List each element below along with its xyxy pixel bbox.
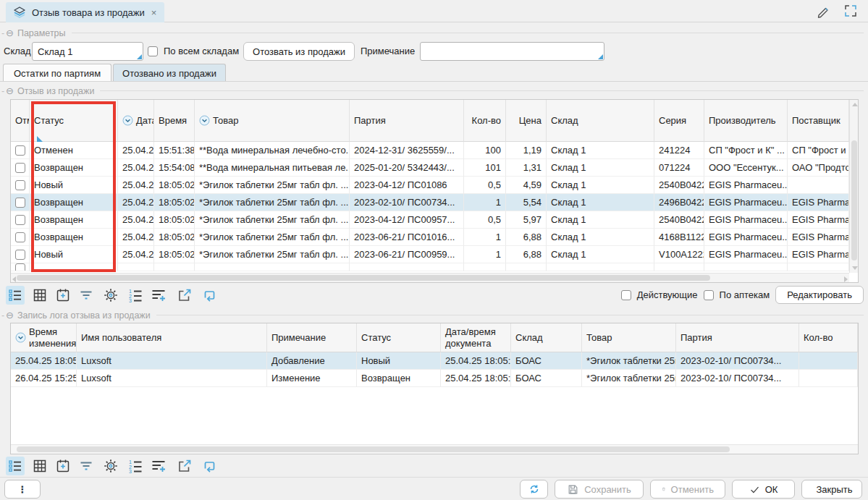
log-column-batch[interactable]: Партия [676, 323, 799, 352]
horizontal-scrollbar[interactable] [11, 273, 849, 282]
table-row-partial[interactable]: .. .. ... ... [11, 263, 849, 271]
fullscreen-icon[interactable] [843, 4, 858, 18]
numbered-list-icon[interactable]: 123 [126, 457, 145, 475]
save-button[interactable]: Сохранить [555, 480, 644, 499]
cell-product: *Эгилок таблетки 25мг табл фл. ... [195, 229, 350, 246]
view-list-icon[interactable] [6, 286, 25, 305]
more-menu-button[interactable]: ⋮ [4, 480, 41, 499]
log-column-warehouse[interactable]: Склад [511, 323, 582, 352]
add-row-icon[interactable] [149, 286, 168, 305]
collapse-icon[interactable]: ⊖ [6, 310, 14, 320]
sort-icon[interactable] [122, 115, 133, 126]
cell-user: Luxsoft [77, 370, 267, 387]
log-column-qty[interactable]: Кол-во [799, 323, 858, 352]
filter-icon[interactable] [77, 286, 96, 305]
repeat-refresh-icon[interactable] [200, 286, 219, 305]
note-input[interactable] [421, 43, 604, 60]
add-row-icon[interactable] [149, 457, 168, 475]
row-checkbox[interactable] [15, 263, 25, 271]
scrollbar-thumb[interactable] [17, 446, 730, 452]
log-row[interactable]: 26.04.25 15:25:55 Luxsoft Изменение Возв… [11, 370, 858, 387]
filter-icon[interactable] [77, 457, 96, 475]
row-checkbox[interactable] [15, 145, 25, 156]
scroll-down-icon[interactable] [852, 266, 858, 270]
cell-warehouse: Склад 1 [547, 194, 654, 211]
recall-from-sale-button[interactable]: Отозвать из продажи [243, 42, 355, 61]
open-external-icon[interactable] [175, 457, 194, 475]
row-checkbox[interactable] [15, 198, 25, 208]
log-column-doc-time[interactable]: Дата/время документа [441, 323, 511, 352]
edit-pencil-icon[interactable] [816, 4, 830, 18]
table-row[interactable]: Новый 25.04.25 18:05:02 *Эгилок таблетки… [11, 246, 849, 263]
cell-batch: 2023-02-10/ ПС00734... [676, 352, 799, 370]
row-checkbox[interactable] [15, 163, 25, 173]
row-checkbox[interactable] [15, 232, 25, 242]
row-checkbox[interactable] [15, 180, 25, 190]
table-row[interactable]: Возвращен 25.04.25 15:54:08 **Вода минер… [11, 159, 849, 177]
calendar-add-icon[interactable] [54, 457, 72, 475]
table-row[interactable]: Отменен 25.04.25 15:51:38 **Вода минерал… [11, 142, 849, 159]
grid-view-icon[interactable] [30, 286, 49, 305]
close-button[interactable]: Закрыть [801, 480, 862, 499]
log-column-product[interactable]: Товар [582, 323, 676, 352]
column-header-supplier[interactable]: Поставщик [788, 100, 849, 142]
column-header-product[interactable]: Товар [195, 100, 350, 142]
scroll-up-icon[interactable] [852, 103, 858, 106]
table-row[interactable]: Возвращен 25.04.25 18:05:02 *Эгилок табл… [11, 211, 849, 229]
document-tab[interactable]: Отзыв товара из продажи × [6, 2, 164, 22]
numbered-list-icon[interactable]: 123 [126, 286, 145, 305]
sklad-input[interactable] [33, 43, 143, 60]
column-header-manufacturer[interactable]: Производитель [704, 100, 788, 142]
row-checkbox[interactable] [15, 250, 25, 260]
view-list-icon[interactable] [6, 457, 25, 475]
open-external-icon[interactable] [175, 286, 194, 305]
column-header-otm[interactable]: Отм. [11, 100, 30, 142]
cancel-button[interactable]: Отменить [650, 480, 725, 499]
edit-button[interactable]: Редактировать [775, 286, 864, 304]
column-header-series[interactable]: Серия [654, 100, 704, 142]
scroll-left-icon[interactable] [12, 276, 16, 282]
cell-series: 2540B0422 [654, 211, 704, 229]
grid-view-icon[interactable] [30, 457, 49, 475]
cell-warehouse: Склад 1 [547, 159, 654, 177]
settings-gear-icon[interactable] [101, 286, 120, 305]
log-column-change-time[interactable]: Время изменения [11, 323, 77, 352]
refresh-button[interactable] [520, 480, 548, 499]
row-checkbox[interactable] [15, 215, 25, 225]
active-only-checkbox[interactable] [621, 290, 631, 300]
table-row[interactable]: Возвращен 25.04.25 18:05:02 *Эгилок табл… [11, 229, 849, 246]
collapse-icon[interactable]: ⊖ [6, 86, 14, 96]
scrollbar-thumb[interactable] [851, 140, 857, 260]
table-row[interactable]: Новый 25.04.25 18:05:02 *Эгилок таблетки… [11, 177, 849, 194]
sort-icon[interactable] [199, 115, 210, 126]
table-row-selected[interactable]: Возвращен 25.04.25 18:05:02 *Эгилок табл… [11, 194, 849, 211]
column-header-price[interactable]: Цена [506, 100, 547, 142]
scroll-right-icon[interactable] [844, 276, 848, 282]
tab-close-icon[interactable]: × [151, 7, 158, 18]
log-column-note[interactable]: Примечание [267, 323, 357, 352]
column-header-time[interactable]: Время [154, 100, 195, 142]
log-row-selected[interactable]: 25.04.25 18:05:03 Luxsoft Добавление Нов… [11, 352, 858, 370]
tab-ostatki-po-partiyam[interactable]: Остатки по партиям [3, 64, 111, 82]
all-warehouses-checkbox[interactable] [148, 46, 158, 56]
scrollbar-thumb[interactable] [17, 275, 710, 281]
tab-otozvano-iz-prodazhi[interactable]: Отозвано из продажи [113, 64, 226, 82]
cell-manufacturer: EGIS Pharmaceu... [704, 177, 788, 194]
column-header-qty[interactable]: Кол-во [464, 100, 506, 142]
column-header-batch[interactable]: Партия [350, 100, 464, 142]
column-header-warehouse[interactable]: Склад [547, 100, 654, 142]
by-pharmacies-checkbox[interactable] [704, 290, 714, 300]
column-header-date[interactable]: Дата [118, 100, 154, 142]
log-horizontal-scrollbar[interactable] [11, 444, 858, 454]
collapse-icon[interactable]: ⊖ [6, 28, 14, 38]
log-column-user[interactable]: Имя пользователя [77, 323, 267, 352]
calendar-add-icon[interactable] [54, 286, 72, 305]
repeat-refresh-icon[interactable] [200, 457, 219, 475]
settings-gear-icon[interactable] [101, 457, 120, 475]
vertical-scrollbar[interactable] [849, 100, 858, 273]
cell-price: 5,97 [506, 211, 547, 229]
ok-button[interactable]: ОК [732, 480, 795, 499]
sort-icon[interactable] [15, 332, 26, 343]
column-header-status[interactable]: Статус [30, 100, 118, 142]
log-column-status[interactable]: Статус [357, 323, 441, 352]
